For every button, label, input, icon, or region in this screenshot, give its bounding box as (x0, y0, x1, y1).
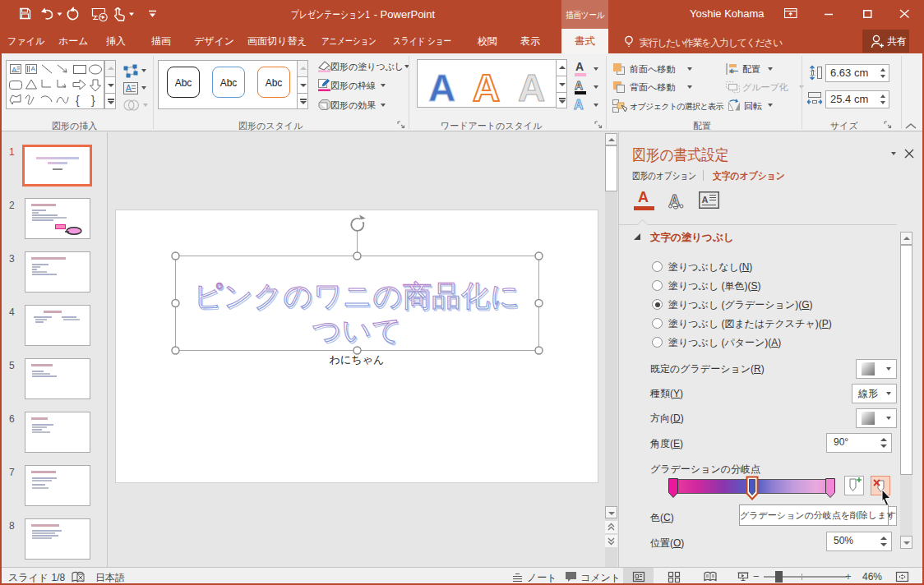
svg-text:A: A (428, 67, 455, 107)
svg-text:ついて: ついて (312, 314, 402, 346)
svg-text:A: A (31, 65, 36, 72)
svg-text:A: A (473, 67, 500, 107)
svg-text:わにちゃん: わにちゃん (330, 353, 385, 366)
svg-text:A: A (702, 195, 709, 205)
svg-text:A: A (518, 67, 545, 107)
svg-text:A: A (575, 79, 583, 90)
svg-text:{: { (76, 94, 80, 107)
svg-text:ピンクのワニの商品化に: ピンクのワニの商品化に (193, 279, 520, 311)
svg-text:}: } (91, 94, 95, 107)
svg-text:A: A (574, 98, 584, 110)
